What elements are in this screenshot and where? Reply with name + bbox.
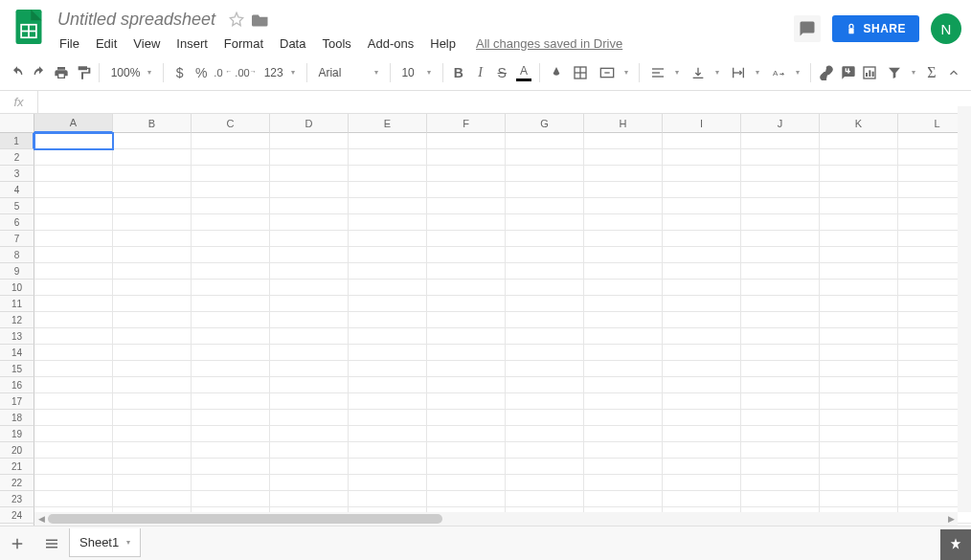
menu-edit[interactable]: Edit bbox=[88, 33, 124, 55]
more-formats-select[interactable]: 123▾ bbox=[259, 60, 301, 85]
cell[interactable] bbox=[741, 475, 820, 491]
cell[interactable] bbox=[820, 214, 898, 231]
cell[interactable] bbox=[663, 475, 741, 491]
cell[interactable] bbox=[741, 328, 820, 345]
cell[interactable] bbox=[349, 328, 427, 345]
cell[interactable] bbox=[113, 166, 192, 182]
menu-view[interactable]: View bbox=[125, 33, 168, 55]
cell[interactable] bbox=[192, 166, 270, 182]
cell[interactable] bbox=[741, 312, 820, 328]
cell[interactable] bbox=[270, 280, 349, 296]
cell[interactable] bbox=[820, 377, 898, 393]
row-header[interactable]: 15 bbox=[0, 361, 34, 377]
cell[interactable] bbox=[34, 263, 113, 280]
cell[interactable] bbox=[741, 231, 820, 247]
cell[interactable] bbox=[427, 280, 506, 296]
cell[interactable] bbox=[427, 328, 506, 345]
row-header[interactable]: 13 bbox=[0, 328, 34, 345]
cell[interactable] bbox=[584, 345, 663, 361]
cell[interactable] bbox=[113, 393, 192, 410]
share-button[interactable]: SHARE bbox=[832, 15, 919, 42]
cell[interactable] bbox=[427, 491, 506, 507]
insert-chart-button[interactable] bbox=[860, 60, 880, 85]
cell[interactable] bbox=[820, 166, 898, 182]
cell[interactable] bbox=[663, 133, 741, 149]
cell[interactable] bbox=[506, 377, 584, 393]
cell[interactable] bbox=[427, 475, 506, 491]
cell[interactable] bbox=[584, 247, 663, 263]
cell[interactable] bbox=[349, 393, 427, 410]
cell[interactable] bbox=[820, 149, 898, 166]
star-icon[interactable] bbox=[229, 11, 244, 27]
currency-button[interactable]: $ bbox=[169, 60, 190, 85]
cell[interactable] bbox=[741, 491, 820, 507]
row-header[interactable]: 17 bbox=[0, 393, 34, 410]
cell[interactable] bbox=[820, 198, 898, 214]
cell[interactable] bbox=[663, 263, 741, 280]
cell[interactable] bbox=[584, 442, 663, 459]
cell[interactable] bbox=[506, 459, 584, 475]
row-header[interactable]: 19 bbox=[0, 426, 34, 442]
merge-cells-button[interactable] bbox=[595, 60, 620, 85]
text-wrap-button[interactable] bbox=[726, 60, 751, 85]
cell[interactable] bbox=[820, 442, 898, 459]
save-status[interactable]: All changes saved in Drive bbox=[476, 36, 622, 51]
cell[interactable] bbox=[741, 377, 820, 393]
cell[interactable] bbox=[820, 393, 898, 410]
cell[interactable] bbox=[663, 214, 741, 231]
cell[interactable] bbox=[113, 491, 192, 507]
increase-decimal-button[interactable]: .00→ bbox=[235, 60, 256, 85]
cell[interactable] bbox=[349, 410, 427, 426]
cell[interactable] bbox=[584, 426, 663, 442]
column-header[interactable]: E bbox=[349, 114, 427, 133]
cell[interactable] bbox=[270, 214, 349, 231]
cell[interactable] bbox=[820, 312, 898, 328]
cell[interactable] bbox=[584, 214, 663, 231]
comments-button[interactable] bbox=[794, 15, 821, 42]
cell[interactable] bbox=[270, 133, 349, 149]
cell[interactable] bbox=[113, 328, 192, 345]
cell[interactable] bbox=[34, 475, 113, 491]
cell[interactable] bbox=[741, 214, 820, 231]
cell[interactable] bbox=[113, 133, 192, 149]
italic-button[interactable]: I bbox=[470, 60, 490, 85]
cell[interactable] bbox=[34, 442, 113, 459]
cell[interactable] bbox=[34, 231, 113, 247]
explore-button[interactable] bbox=[940, 529, 971, 560]
cell[interactable] bbox=[427, 410, 506, 426]
cell[interactable] bbox=[192, 345, 270, 361]
cell[interactable] bbox=[113, 442, 192, 459]
cell[interactable] bbox=[820, 280, 898, 296]
cell[interactable] bbox=[34, 410, 113, 426]
cell[interactable] bbox=[663, 410, 741, 426]
cell[interactable] bbox=[506, 166, 584, 182]
cell[interactable] bbox=[506, 247, 584, 263]
column-header[interactable]: K bbox=[820, 114, 898, 133]
cell[interactable] bbox=[427, 442, 506, 459]
cell[interactable] bbox=[270, 345, 349, 361]
cell[interactable] bbox=[113, 410, 192, 426]
cell[interactable] bbox=[270, 263, 349, 280]
cell[interactable] bbox=[506, 280, 584, 296]
row-header[interactable]: 20 bbox=[0, 442, 34, 459]
cell[interactable] bbox=[820, 133, 898, 149]
cell[interactable] bbox=[349, 312, 427, 328]
cell[interactable] bbox=[663, 280, 741, 296]
cell[interactable] bbox=[270, 361, 349, 377]
merge-cells-dropdown[interactable]: ▾ bbox=[620, 60, 633, 85]
row-header[interactable]: 18 bbox=[0, 410, 34, 426]
cell[interactable] bbox=[663, 198, 741, 214]
cell[interactable] bbox=[113, 312, 192, 328]
cell[interactable] bbox=[820, 459, 898, 475]
cell[interactable] bbox=[113, 182, 192, 198]
cell[interactable] bbox=[349, 475, 427, 491]
cell[interactable] bbox=[427, 312, 506, 328]
cell[interactable] bbox=[349, 198, 427, 214]
row-header[interactable]: 2 bbox=[0, 149, 34, 166]
menu-file[interactable]: File bbox=[52, 33, 87, 55]
cell[interactable] bbox=[113, 345, 192, 361]
cell[interactable] bbox=[270, 296, 349, 312]
select-all-corner[interactable] bbox=[0, 114, 34, 133]
cell[interactable] bbox=[741, 166, 820, 182]
cell[interactable] bbox=[34, 361, 113, 377]
